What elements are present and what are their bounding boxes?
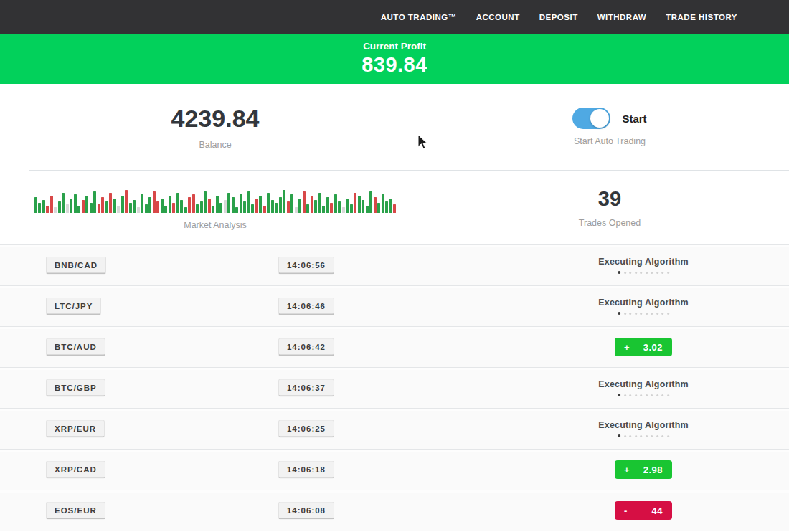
progress-dot: [640, 313, 642, 315]
progress-dots: [618, 312, 669, 315]
progress-dot: [661, 313, 663, 315]
market-bar: [290, 194, 293, 213]
market-analysis-block: Market Analysis: [0, 171, 430, 244]
trades-list: BNB/CAD14:06:56Executing AlgorithmLTC/JP…: [0, 244, 789, 531]
market-bar: [232, 197, 235, 213]
market-bar: [172, 203, 175, 213]
market-bar: [382, 194, 384, 213]
progress-dot: [646, 313, 648, 315]
top-nav: AUTO TRADING™ACCOUNTDEPOSITWITHDRAWTRADE…: [0, 0, 789, 34]
progress-dot: [646, 435, 648, 437]
nav-item-auto-trading[interactable]: AUTO TRADING™: [381, 13, 457, 22]
market-bar: [90, 203, 93, 213]
profit-amount: 3.02: [643, 342, 663, 353]
time-chip: 14:06:25: [278, 420, 334, 438]
time-chip: 14:06:46: [278, 298, 334, 315]
market-bar: [362, 200, 364, 213]
time-chip: 14:06:56: [278, 257, 334, 275]
market-bar: [255, 199, 258, 213]
executing-status: Executing Algorithm: [598, 379, 689, 396]
time-chip: 14:06:18: [278, 461, 334, 479]
market-bar: [176, 193, 179, 213]
progress-dot: [640, 394, 642, 396]
progress-dot: [629, 394, 631, 396]
progress-dot: [640, 435, 642, 437]
market-bar: [62, 193, 65, 213]
trade-row: BTC/GBP14:06:37Executing Algorithm: [0, 367, 789, 408]
market-bar: [240, 194, 242, 213]
market-bar: [322, 206, 325, 213]
nav-item-withdraw[interactable]: WITHDRAW: [597, 13, 647, 22]
market-bar: [169, 196, 171, 213]
market-bar: [303, 191, 306, 213]
profit-badge: +2.98: [615, 460, 672, 479]
current-profit-banner: Current Profit 839.84: [0, 34, 789, 84]
profit-sign: -: [624, 505, 628, 516]
profit-amount: 2.98: [643, 465, 663, 475]
market-bar: [125, 190, 128, 213]
market-bar: [346, 199, 349, 213]
toggle-start-label: Start: [622, 113, 646, 125]
progress-dot: [635, 313, 637, 315]
market-bar: [101, 197, 104, 213]
balance-label: Balance: [199, 140, 231, 150]
progress-dot: [629, 272, 631, 274]
market-bar: [251, 204, 254, 213]
progress-dot: [667, 435, 669, 437]
progress-dot: [661, 435, 663, 437]
market-bar: [259, 196, 262, 213]
market-bar: [338, 201, 341, 213]
market-bar: [204, 191, 207, 213]
market-bar: [164, 206, 167, 213]
profit-amount: 44: [652, 505, 663, 516]
market-bar: [318, 193, 321, 213]
market-bar: [369, 191, 372, 213]
market-bar: [366, 206, 369, 213]
executing-label: Executing Algorithm: [598, 298, 689, 308]
market-bar: [342, 207, 345, 213]
pair-chip: LTC/JPY: [46, 298, 101, 315]
market-bar: [306, 204, 309, 213]
progress-dot: [646, 394, 648, 396]
auto-trading-toggle[interactable]: [572, 108, 610, 129]
loss-badge: -44: [615, 501, 672, 520]
profit-sign: +: [624, 465, 630, 475]
progress-dot: [667, 394, 669, 396]
time-chip: 14:06:42: [278, 338, 334, 356]
market-bar: [70, 199, 72, 213]
market-bar: [46, 206, 49, 213]
market-bar: [354, 193, 356, 213]
market-bar: [227, 193, 230, 213]
market-bar: [117, 206, 120, 213]
market-bar: [247, 191, 250, 213]
start-auto-trading-label: Start Auto Trading: [574, 136, 646, 146]
market-bar: [216, 196, 219, 213]
market-bar: [389, 199, 392, 213]
progress-dot: [656, 313, 658, 315]
progress-dot: [624, 272, 626, 274]
progress-dot: [624, 313, 626, 315]
nav-item-trade-history[interactable]: TRADE HISTORY: [666, 13, 737, 22]
market-bar: [314, 200, 317, 213]
market-bar: [129, 203, 132, 213]
pair-chip: XRP/CAD: [46, 461, 105, 479]
market-bar: [311, 196, 313, 213]
nav-item-deposit[interactable]: DEPOSIT: [539, 13, 578, 22]
market-bar: [153, 191, 156, 213]
balance-block: 4239.84 Balance: [0, 84, 430, 170]
market-bar: [350, 204, 353, 213]
pair-chip: EOS/EUR: [46, 502, 105, 520]
market-bar: [34, 197, 37, 213]
market-bar: [93, 191, 96, 213]
stats-row-bottom: Market Analysis 39 Trades Opened: [0, 171, 789, 244]
progress-dot: [629, 435, 631, 437]
nav-item-account[interactable]: ACCOUNT: [476, 13, 520, 22]
market-bar: [271, 200, 274, 213]
progress-dot: [640, 272, 642, 274]
market-bar: [105, 201, 108, 213]
market-bar: [219, 203, 222, 213]
progress-dot: [629, 313, 631, 315]
profit-sign: +: [624, 342, 630, 353]
progress-dot: [624, 435, 626, 437]
progress-dot: [635, 394, 637, 396]
